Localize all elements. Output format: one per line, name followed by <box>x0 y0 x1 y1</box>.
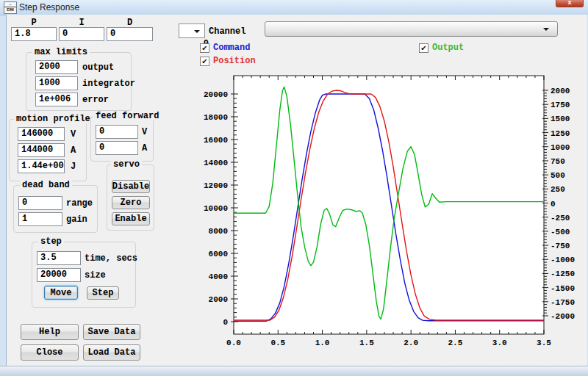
svg-text:1.5: 1.5 <box>359 339 374 347</box>
svg-text:1500: 1500 <box>551 115 570 123</box>
svg-text:20000: 20000 <box>204 90 228 99</box>
servo-enable-button[interactable]: Enable <box>112 212 150 225</box>
svg-text:2000: 2000 <box>209 295 228 304</box>
svg-text:1750: 1750 <box>551 101 570 109</box>
jerk-field[interactable]: 1.44e+008 <box>18 159 65 173</box>
move-button[interactable]: Move <box>44 286 78 300</box>
dead-band-title: dead band <box>20 181 72 189</box>
integrator-limit-label: integrator <box>82 79 135 88</box>
close-window-button[interactable]: x <box>556 0 584 7</box>
acceleration-field[interactable]: 144000 <box>18 143 65 157</box>
motion-profile-title: motion profile <box>14 115 93 123</box>
ff-velocity-field[interactable]: 0 <box>96 125 138 139</box>
app-icon: ~DM <box>4 1 17 14</box>
step-button[interactable]: Step <box>87 286 119 300</box>
servo-zero-button[interactable]: Zero <box>112 196 150 209</box>
jerk-label: J <box>71 162 76 171</box>
svg-text:0.0: 0.0 <box>226 339 241 347</box>
svg-text:18000: 18000 <box>204 113 228 122</box>
error-limit-label: error <box>82 95 109 104</box>
servo-disable-button[interactable]: Disable <box>112 180 150 193</box>
range-field[interactable]: 0 <box>18 196 62 210</box>
velocity-field[interactable]: 146000 <box>18 127 65 141</box>
save-data-button[interactable]: Save Data <box>83 324 140 340</box>
position-label: Position <box>213 57 256 66</box>
output-checkbox[interactable]: ✔ <box>419 43 429 53</box>
ff-velocity-label: V <box>142 128 147 137</box>
step-title: step <box>38 237 64 246</box>
step-time-label: time, secs <box>85 254 137 263</box>
velocity-label: V <box>71 130 76 139</box>
svg-text:16000: 16000 <box>204 136 228 145</box>
svg-text:0: 0 <box>551 200 556 209</box>
window-title: Step Response <box>19 2 79 12</box>
chevron-down-icon <box>543 28 549 31</box>
plot-select-dropdown[interactable]: Plot: Command, Position, Output Command … <box>265 21 558 37</box>
gain-label: gain <box>66 215 87 224</box>
feed-forward-title: feed forward <box>93 112 161 120</box>
svg-text:0.5: 0.5 <box>270 339 285 347</box>
svg-text:1.0: 1.0 <box>315 339 330 347</box>
svg-text:750: 750 <box>551 157 565 166</box>
svg-text:-1750: -1750 <box>551 298 575 307</box>
svg-text:250: 250 <box>551 185 565 194</box>
svg-text:-750: -750 <box>551 242 570 250</box>
channel-dropdown[interactable]: 0 <box>179 24 205 38</box>
svg-text:-250: -250 <box>551 214 570 223</box>
integrator-limit-field[interactable]: 1000 <box>35 76 78 90</box>
svg-text:3.5: 3.5 <box>537 339 551 347</box>
svg-text:1000: 1000 <box>551 143 570 152</box>
p-field[interactable]: 1.8 <box>11 27 57 41</box>
channel-label: Channel <box>209 27 245 36</box>
svg-text:8000: 8000 <box>209 227 228 236</box>
svg-text:-1250: -1250 <box>551 270 575 278</box>
svg-text:-1500: -1500 <box>551 284 575 293</box>
p-label: P <box>11 18 57 27</box>
step-size-label: size <box>85 271 106 280</box>
svg-text:2.0: 2.0 <box>404 339 418 347</box>
svg-text:-2000: -2000 <box>551 312 575 321</box>
window-bottom-border <box>0 366 588 376</box>
i-field[interactable]: 0 <box>59 27 104 41</box>
plot-frame <box>234 76 544 334</box>
output-limit-field[interactable]: 2000 <box>35 60 78 74</box>
chevron-down-icon <box>194 30 200 33</box>
svg-text:2.5: 2.5 <box>448 339 463 347</box>
gain-field[interactable]: 1 <box>18 212 62 226</box>
svg-text:4000: 4000 <box>209 272 228 281</box>
command-label: Command <box>213 43 250 53</box>
step-response-plot: 0.00.51.01.52.02.53.03.50200040006000800… <box>198 70 588 352</box>
error-limit-field[interactable]: 1e+006 <box>35 93 78 106</box>
ff-acceleration-label: A <box>142 144 147 153</box>
step-response-window: ~DM Step Response x P I D 1.8 0 0 0 Chan… <box>0 0 588 376</box>
servo-title: servo <box>111 160 142 169</box>
svg-text:0: 0 <box>223 318 228 327</box>
help-button[interactable]: Help <box>21 324 79 340</box>
svg-text:1250: 1250 <box>551 129 570 138</box>
ff-acceleration-field[interactable]: 0 <box>96 141 138 155</box>
svg-text:12000: 12000 <box>204 181 228 190</box>
d-label: D <box>107 18 153 27</box>
svg-text:500: 500 <box>551 171 565 180</box>
svg-text:10000: 10000 <box>204 204 228 213</box>
output-label: Output <box>432 43 464 53</box>
svg-text:-500: -500 <box>551 228 570 236</box>
title-bar: ~DM Step Response x <box>0 0 588 15</box>
range-label: range <box>66 199 93 208</box>
command-checkbox[interactable]: ✔ <box>200 43 209 53</box>
svg-text:-1000: -1000 <box>551 256 575 264</box>
i-label: I <box>59 18 104 27</box>
svg-text:3.0: 3.0 <box>492 339 507 347</box>
max-limits-title: max limits <box>32 48 90 57</box>
position-checkbox[interactable]: ✔ <box>200 57 209 66</box>
step-time-field[interactable]: 3.5 <box>37 251 81 265</box>
svg-text:6000: 6000 <box>209 250 228 258</box>
output-limit-label: output <box>82 63 114 72</box>
load-data-button[interactable]: Load Data <box>83 344 140 361</box>
svg-text:2000: 2000 <box>551 87 570 95</box>
acceleration-label: A <box>71 146 76 155</box>
d-field[interactable]: 0 <box>107 27 153 41</box>
close-button[interactable]: Close <box>21 344 79 361</box>
svg-text:14000: 14000 <box>204 159 228 167</box>
step-size-field[interactable]: 20000 <box>37 268 81 282</box>
